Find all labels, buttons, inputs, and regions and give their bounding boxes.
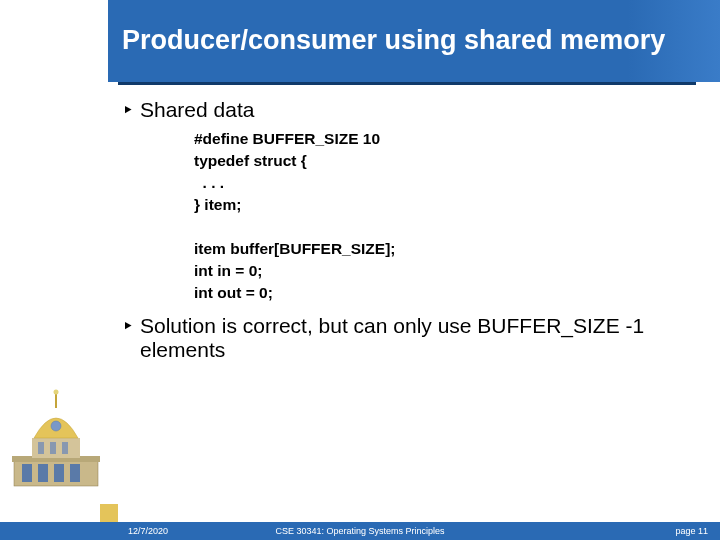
footer-bar: 12/7/2020 CSE 30341: Operating Systems P… <box>0 522 720 540</box>
dome-illustration <box>8 368 104 488</box>
code-line: #define BUFFER_SIZE 10 <box>194 128 700 150</box>
bullet-item: ‣ Solution is correct, but can only use … <box>122 314 700 362</box>
code-line: } item; <box>194 194 700 216</box>
slide: Producer/consumer using shared memory ‣ … <box>0 0 720 540</box>
svg-rect-1 <box>22 464 32 482</box>
code-line: item buffer[BUFFER_SIZE]; <box>194 238 700 260</box>
svg-rect-7 <box>38 442 44 454</box>
left-margin <box>0 0 108 540</box>
footer-page: page 11 <box>675 526 708 536</box>
svg-rect-4 <box>70 464 80 482</box>
bullet-item: ‣ Shared data <box>122 98 700 122</box>
svg-rect-2 <box>38 464 48 482</box>
title-band: Producer/consumer using shared memory <box>108 0 720 82</box>
code-line: typedef struct { <box>194 150 700 172</box>
svg-point-12 <box>51 421 61 431</box>
bullet-marker-icon: ‣ <box>122 314 134 338</box>
code-block: #define BUFFER_SIZE 10 typedef struct { … <box>194 128 700 304</box>
bullet-text: Shared data <box>140 98 254 122</box>
footer-course: CSE 30341: Operating Systems Principles <box>0 526 720 536</box>
footer-gold-square <box>100 504 118 522</box>
bullet-marker-icon: ‣ <box>122 98 134 122</box>
slide-title: Producer/consumer using shared memory <box>122 25 665 56</box>
content-area: ‣ Shared data #define BUFFER_SIZE 10 typ… <box>122 98 700 368</box>
svg-rect-9 <box>62 442 68 454</box>
svg-rect-8 <box>50 442 56 454</box>
code-blank-line <box>194 216 700 238</box>
code-line: int out = 0; <box>194 282 700 304</box>
title-underline <box>118 82 696 85</box>
code-line: . . . <box>194 172 700 194</box>
code-line: int in = 0; <box>194 260 700 282</box>
svg-point-11 <box>54 390 59 395</box>
bullet-text: Solution is correct, but can only use BU… <box>140 314 700 362</box>
footer-date: 12/7/2020 <box>128 526 168 536</box>
svg-rect-3 <box>54 464 64 482</box>
